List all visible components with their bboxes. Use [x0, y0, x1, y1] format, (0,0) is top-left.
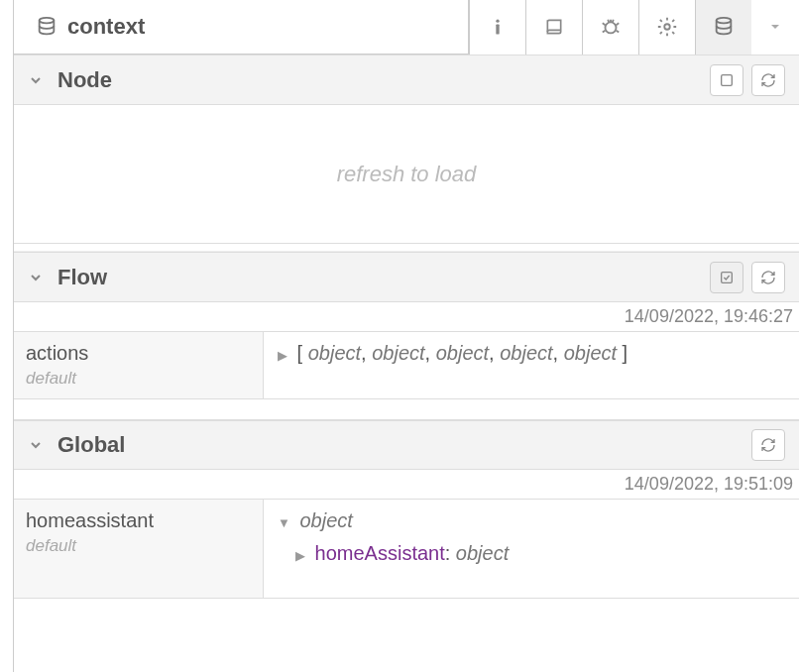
caret-down-icon: [767, 19, 783, 35]
global-refresh-button[interactable]: [751, 429, 785, 461]
book-icon: [543, 17, 565, 37]
left-gutter: [0, 0, 14, 672]
svg-point-0: [40, 18, 55, 24]
global-entry-child-key: homeAssistant: [315, 542, 445, 564]
info-tab-button[interactable]: [469, 0, 525, 55]
refresh-icon: [760, 270, 776, 285]
global-timestamp-text: 14/09/2022, 19:51:09: [625, 474, 793, 495]
global-entry-top-type: object: [299, 509, 352, 531]
flow-entry-row: actions default ▶ [ object, object, obje…: [14, 332, 799, 399]
refresh-icon: [760, 72, 776, 88]
global-timestamp: 14/09/2022, 19:51:09: [14, 470, 799, 500]
global-entry-key-cell: homeassistant default: [14, 500, 264, 598]
flow-entry-key: actions: [26, 342, 251, 365]
caret-right-icon: ▶: [278, 348, 287, 363]
global-entry-key: homeassistant: [26, 509, 251, 532]
global-entry-value-cell: ▼ object ▶ homeAssistant: object: [264, 500, 799, 598]
database-icon: [713, 16, 735, 38]
flow-timestamp-text: 14/09/2022, 19:46:27: [625, 306, 793, 327]
global-section-header[interactable]: Global: [14, 420, 799, 470]
caret-down-icon: ▼: [278, 515, 290, 530]
node-section-title: Node: [57, 67, 696, 93]
chevron-down-icon: [28, 270, 44, 285]
header-tools: [469, 0, 799, 54]
flow-entry-store: default: [26, 369, 251, 389]
node-refresh-button[interactable]: [751, 64, 785, 96]
global-section-title: Global: [57, 432, 738, 458]
flow-entry-key-cell: actions default: [14, 332, 264, 398]
refresh-icon: [760, 437, 776, 453]
bug-icon: [600, 16, 622, 38]
info-icon: [488, 17, 508, 37]
context-tab-button[interactable]: [695, 0, 751, 55]
flow-refresh-button[interactable]: [751, 262, 785, 293]
flow-entry-value: [ object, object, object, object, object…: [297, 342, 628, 364]
flow-entry-value-cell[interactable]: ▶ [ object, object, object, object, obje…: [264, 332, 799, 398]
flow-section-title: Flow: [57, 265, 696, 290]
global-entry-store: default: [26, 536, 251, 556]
config-tab-button[interactable]: [638, 0, 695, 55]
database-icon: [36, 16, 57, 38]
global-entry-top[interactable]: ▼ object: [278, 509, 785, 532]
flow-section-header[interactable]: Flow: [14, 253, 799, 302]
node-empty-text: refresh to load: [337, 162, 477, 187]
node-section-header[interactable]: Node: [14, 56, 799, 105]
gear-icon: [656, 16, 678, 38]
caret-right-icon: ▶: [295, 548, 305, 563]
flow-timestamp: 14/09/2022, 19:46:27: [14, 302, 799, 332]
svg-point-1: [496, 20, 499, 23]
sidebar-menu-button[interactable]: [751, 0, 799, 55]
node-empty-body: refresh to load: [14, 105, 799, 244]
chevron-down-icon: [28, 72, 44, 88]
svg-rect-2: [496, 25, 499, 35]
help-tab-button[interactable]: [525, 0, 582, 55]
svg-rect-7: [722, 272, 733, 282]
spacer: [14, 399, 799, 419]
svg-rect-6: [722, 74, 733, 85]
debug-tab-button[interactable]: [582, 0, 638, 55]
svg-point-5: [717, 18, 732, 24]
spacer: [14, 244, 799, 252]
global-entry-row: homeassistant default ▼ object ▶ homeAss…: [14, 500, 799, 599]
node-checkbox-button[interactable]: [710, 64, 743, 96]
svg-point-4: [664, 24, 670, 30]
sidebar-header: context: [14, 0, 799, 55]
header-title: context: [67, 14, 145, 40]
flow-checkbox-button[interactable]: [710, 262, 743, 293]
svg-point-3: [606, 22, 617, 33]
square-icon: [719, 72, 735, 88]
global-entry-child-type: object: [456, 542, 509, 564]
context-tab[interactable]: context: [14, 0, 469, 54]
global-entry-child[interactable]: ▶ homeAssistant: object: [278, 542, 785, 565]
check-square-icon: [719, 270, 735, 285]
chevron-down-icon: [28, 437, 44, 453]
